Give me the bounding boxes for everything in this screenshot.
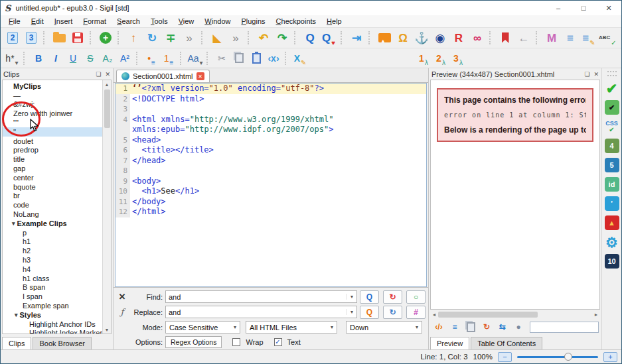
toolbar-drag-handle[interactable] xyxy=(607,71,617,76)
insert-link-icon[interactable]: ∞ xyxy=(469,29,486,46)
scroll-thumb[interactable] xyxy=(438,312,538,318)
find-next-button[interactable]: Q xyxy=(360,290,379,304)
subscript-icon[interactable]: A₂ xyxy=(100,50,116,66)
plugin-alert-icon[interactable]: ▲ xyxy=(605,215,619,230)
clip-item[interactable]: Zero width joinwer xyxy=(3,109,102,118)
plugin-4-icon[interactable]: 4 xyxy=(605,139,619,153)
function-icon[interactable]: ƒ xyxy=(121,307,124,317)
add-file-icon[interactable]: + xyxy=(97,29,114,46)
metadata-editor-icon[interactable]: M xyxy=(543,29,560,46)
clip-item[interactable]: h4 xyxy=(3,265,102,274)
clip-item[interactable]: predrop xyxy=(3,146,102,155)
clip-item[interactable]: Highlight Anchor IDs xyxy=(3,320,102,329)
clip-item[interactable]: br xyxy=(3,192,102,201)
wrap-checkbox[interactable] xyxy=(232,338,240,346)
scroll-right-icon[interactable]: ► xyxy=(592,312,600,317)
close-panel-icon[interactable]: ✕ xyxy=(105,71,110,78)
menu-search[interactable]: Search xyxy=(112,16,145,27)
new-epub3-icon[interactable]: 3 xyxy=(23,29,40,46)
globe-icon[interactable]: ● xyxy=(512,320,525,334)
insert-split-icon[interactable]: ∓ xyxy=(162,29,179,46)
anchor-icon[interactable]: ⚓ xyxy=(413,29,430,46)
clip-item[interactable]: h3 xyxy=(3,255,102,265)
clip-item[interactable]: gap xyxy=(3,164,102,173)
scroll-left-icon[interactable]: ◄ xyxy=(430,312,438,317)
tab-section0001[interactable]: Section0001.xhtml ✕ xyxy=(116,70,210,82)
marked-text-button[interactable]: # xyxy=(406,306,426,319)
bold-icon[interactable]: B xyxy=(31,50,46,66)
paste-icon[interactable] xyxy=(248,50,264,66)
css-validate-icon[interactable]: CSS✔ xyxy=(605,119,619,134)
clip-item[interactable]: h1 xyxy=(3,237,102,247)
validate-epub-icon[interactable]: ✔ xyxy=(605,81,619,95)
inspect-code-icon[interactable]: ‹/› xyxy=(432,320,445,334)
generate-toc-icon[interactable]: ≡ xyxy=(562,29,579,46)
zoom-out-button[interactable]: − xyxy=(498,352,512,362)
clip-item[interactable]: doulet xyxy=(3,137,102,146)
numbered-list-icon[interactable]: 1≡ xyxy=(161,50,177,66)
code-editor[interactable]: 1‘’<?xml version="1.0" encoding="utf-8"?… xyxy=(115,83,427,287)
plugin-quote-icon[interactable]: ’ xyxy=(605,196,619,211)
clip-group[interactable]: ▾Example Clips xyxy=(3,219,102,228)
menu-edit[interactable]: Edit xyxy=(26,16,49,27)
slider-handle[interactable] xyxy=(564,353,572,361)
change-case-icon[interactable]: Aa▾ xyxy=(187,50,203,66)
count-occurrences-button[interactable]: ○ xyxy=(406,290,426,304)
clip-item[interactable]: NoLang xyxy=(3,210,102,219)
bullet-list-icon[interactable]: •≡ xyxy=(143,50,159,66)
clip-group[interactable]: ▾Styles xyxy=(3,310,102,320)
clip-item[interactable]: Highlight Index Markers xyxy=(3,329,102,334)
index-marker-2-icon[interactable]: 2λ xyxy=(433,50,449,66)
clip-group[interactable]: MyClips xyxy=(3,82,102,91)
tab-preview[interactable]: Preview xyxy=(430,337,469,349)
select-all-icon[interactable]: ≡ xyxy=(448,320,461,334)
overflow-chevron2-icon[interactable]: » xyxy=(227,29,244,46)
clip-item[interactable]: center xyxy=(3,173,102,182)
menu-help[interactable]: Help xyxy=(321,16,347,27)
close-button[interactable]: ✕ xyxy=(596,1,621,15)
accessibility-icon[interactable]: ◉ xyxy=(431,29,449,46)
clip-item[interactable]: Example span xyxy=(3,301,102,310)
clip-item[interactable]: h1 class xyxy=(3,274,102,283)
clip-item[interactable]: B span xyxy=(3,283,102,292)
tab-book-browser[interactable]: Book Browser xyxy=(33,337,91,349)
clip-item[interactable]: title xyxy=(3,154,102,164)
bookmark-icon[interactable] xyxy=(497,29,514,46)
menu-view[interactable]: View xyxy=(173,16,200,27)
scroll-down-icon[interactable]: ▼ xyxy=(105,326,110,334)
plugin-10-icon[interactable]: 10 xyxy=(605,254,619,269)
sync-cursor-icon[interactable]: ⇆ xyxy=(496,320,509,334)
find-input[interactable]: and ▾ xyxy=(165,290,357,303)
tab-table-of-contents[interactable]: Table Of Contents xyxy=(471,337,542,349)
redo-icon[interactable]: ↷ xyxy=(273,29,291,46)
tree-expand-icon[interactable]: ▾ xyxy=(12,220,15,227)
copy-preview-icon[interactable] xyxy=(464,320,477,334)
clip-editor-icon[interactable]: X✎ xyxy=(292,50,308,66)
menu-tools[interactable]: Tools xyxy=(145,16,173,27)
find-all-button[interactable]: ↻ xyxy=(383,290,402,304)
plugin-id-icon[interactable]: id xyxy=(605,177,619,192)
tab-clips[interactable]: Clips xyxy=(2,337,31,349)
chevron-down-icon[interactable]: ▾ xyxy=(347,294,356,300)
underline-icon[interactable]: U xyxy=(65,50,81,66)
direction-select[interactable]: Down▾ xyxy=(346,321,422,334)
heading-icon[interactable]: h*▾ xyxy=(4,50,20,66)
find-icon[interactable]: Q xyxy=(301,29,319,46)
menu-checkpoints[interactable]: Checkpoints xyxy=(271,16,322,27)
maximize-button[interactable]: □ xyxy=(571,1,596,15)
code-view-icon[interactable]: ‹x› xyxy=(266,50,281,66)
clip-item[interactable]: code xyxy=(3,200,102,210)
menu-window[interactable]: Window xyxy=(199,16,236,27)
menu-plugins[interactable]: Plugins xyxy=(236,16,270,27)
index-marker-3-icon[interactable]: 3λ xyxy=(450,50,466,66)
superscript-icon[interactable]: A² xyxy=(117,50,133,66)
plugin-5-icon[interactable]: 5 xyxy=(605,158,619,172)
split-at-marker-icon[interactable]: ◣ xyxy=(208,29,226,46)
text-checkbox[interactable]: ✓ xyxy=(274,338,282,346)
scroll-thumb[interactable] xyxy=(104,90,110,128)
close-find-icon[interactable]: ✕ xyxy=(119,292,126,302)
regex-options-button[interactable]: Regex Options xyxy=(165,336,222,348)
add-existing-files-icon[interactable]: ↑ xyxy=(125,29,142,46)
float-panel-icon[interactable]: ❏ xyxy=(584,71,589,78)
save-icon[interactable] xyxy=(69,29,86,46)
